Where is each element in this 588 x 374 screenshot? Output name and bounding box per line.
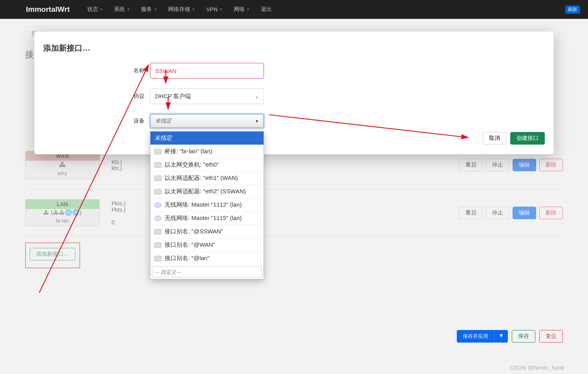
triangle-down-icon: ▼ [255,119,259,123]
device-placeholder: 未指定 [155,117,172,125]
chevron-down-icon: ⌄ [255,94,259,99]
add-interface-modal: 添加新接口… 名称 协议 DHCP 客户端 ⌄ 设备 未指定 ▼ 未指定 桥接:… [34,31,554,154]
label-proto: 协议 [43,93,150,100]
device-option-eth2[interactable]: 以太网适配器: "eth2" (SSWAN) [150,185,264,198]
custom-device-input[interactable] [152,266,262,277]
device-option-eth0[interactable]: 以太网交换机: "eth0" [150,158,264,171]
name-input[interactable] [150,63,264,79]
device-option-custom [150,265,264,279]
protocol-select[interactable]: DHCP 客户端 ⌄ [150,88,264,104]
device-option-br-lan[interactable]: 桥接: "br-lan" (lan) [150,145,264,158]
bridge-icon [154,149,161,154]
wifi-icon [154,202,161,208]
device-select[interactable]: 未指定 ▼ [150,114,264,128]
switch-icon [154,162,161,168]
device-option-alias-sswan[interactable]: 接口别名: "@SSWAN" [150,225,264,238]
device-option-eth1[interactable]: 以太网适配器: "eth1" (WAN) [150,171,264,185]
create-interface-button[interactable]: 创建接口 [510,132,545,145]
device-option-unspecified[interactable]: 未指定 [150,132,264,145]
device-option-alias-wan[interactable]: 接口别名: "@WAN" [150,238,264,251]
wifi-icon [154,216,161,221]
label-name: 名称 [43,67,150,74]
alias-icon [154,242,161,248]
alias-icon [154,256,161,261]
modal-title: 添加新接口… [43,43,545,53]
alias-icon [154,229,161,235]
ethernet-icon [154,176,161,181]
cancel-button[interactable]: 取消 [483,132,506,145]
device-option-wlan-1112[interactable]: 无线网络: Master "1112" (lan) [150,198,264,211]
device-option-alias-lan[interactable]: 接口别名: "@lan" [150,251,264,265]
protocol-value: DHCP 客户端 [155,93,191,100]
ethernet-icon [154,189,161,194]
device-dropdown: 未指定 桥接: "br-lan" (lan) 以太网交换机: "eth0" 以太… [150,131,264,279]
label-device: 设备 [43,117,150,125]
device-option-wlan-1115[interactable]: 无线网络: Master "1115" (lan) [150,211,264,225]
